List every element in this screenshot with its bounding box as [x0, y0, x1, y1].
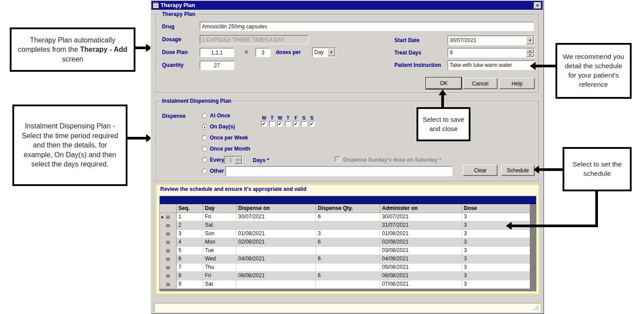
ok-button[interactable]: OK	[426, 78, 462, 89]
instalment-group-label: Instalment Dispensing Plan	[160, 98, 233, 104]
grid-header-dispense-qty[interactable]: Dispense Qty.	[316, 204, 380, 213]
row-selector[interactable]: ⊞	[160, 238, 177, 247]
doses-per-label: doses per	[276, 49, 301, 55]
doses-count-field[interactable]: 3	[255, 48, 270, 57]
expand-icon[interactable]: ⊞	[166, 248, 170, 253]
treat-days-value: 9	[450, 50, 453, 56]
row-selector[interactable]: ⊞	[160, 221, 177, 230]
table-row[interactable]: ⊞ 3 Sun 01/08/2021 3 01/08/2021 3	[160, 230, 530, 238]
expand-icon[interactable]: ⊞	[166, 232, 170, 236]
row-selector[interactable]: ⊞	[160, 264, 177, 272]
expand-icon[interactable]: ⊞	[166, 215, 170, 220]
table-row[interactable]: ⊞ 4 Mon 02/08/2021 6 02/08/2021 3	[160, 238, 530, 247]
drug-field[interactable]: Amoxicillin 250mg capsules	[200, 22, 534, 31]
expand-icon[interactable]: ⊞	[166, 240, 170, 245]
table-row[interactable]: ⊞ 7 Thu 05/08/2021 3	[160, 264, 530, 272]
expand-icon[interactable]: ⊞	[166, 274, 170, 279]
dispense-label: Dispense	[162, 113, 185, 119]
expand-icon[interactable]: ⊞	[166, 265, 170, 270]
cell-administer-on: 31/07/2021	[380, 221, 462, 230]
table-row[interactable]: ⊞ 9 Sat 07/08/2021 3	[160, 280, 530, 289]
callout-patient-ref: We recommend you detail the schedule for…	[555, 43, 632, 99]
radio-every[interactable]	[202, 157, 207, 163]
expand-icon[interactable]: ⊞	[166, 223, 170, 228]
cell-dispense-on: 01/08/2021	[236, 230, 316, 238]
spinner-buttons: ▲▼	[526, 49, 534, 57]
dose-plan-field[interactable]: 1,1,1	[200, 48, 234, 57]
start-date-select[interactable]: 30/07/2021 ▼	[447, 35, 535, 45]
day-checkbox-thu[interactable]	[285, 121, 291, 127]
day-checkbox-fri[interactable]: ✔	[293, 121, 299, 127]
table-row[interactable]: ⊞ 5 Tue 03/08/2021 3	[160, 247, 530, 255]
day-letter: S	[309, 115, 315, 120]
radio-on-days[interactable]: ●	[202, 124, 207, 129]
period-select[interactable]: Day ▼	[312, 47, 336, 57]
cell-seq: 2	[177, 221, 203, 230]
cell-day: Sat	[203, 280, 236, 289]
cell-seq: 6	[177, 255, 203, 264]
day-checkbox-tue[interactable]	[269, 121, 275, 127]
arrow-line	[512, 225, 598, 227]
table-row[interactable]: ⊞ 2 Sat 31/07/2021 3	[160, 221, 530, 230]
day-checkbox-sat[interactable]	[301, 121, 307, 127]
callout-instalment: Instalment Dispensing Plan - Select the …	[12, 105, 127, 186]
start-date-value: 30/07/2021	[450, 37, 476, 43]
period-value: Day	[314, 49, 324, 55]
row-selector[interactable]: ⊞	[160, 255, 177, 264]
close-icon[interactable]: ×	[534, 2, 541, 9]
row-selector[interactable]: ⊞	[160, 247, 177, 255]
therapy-plan-group-label: Therapy Plan	[160, 11, 197, 17]
radio-other[interactable]	[202, 168, 207, 174]
row-selector[interactable]: ►⊞	[160, 213, 177, 221]
clear-button[interactable]: Clear	[463, 165, 497, 176]
therapy-plan-window: Therapy Plan × Therapy Plan Drug Amoxici…	[150, 0, 544, 314]
radio-at-once-label: At Once	[210, 112, 230, 119]
cell-dose: 3	[462, 264, 530, 272]
grid-header-dose[interactable]: Dose	[462, 204, 530, 213]
table-row[interactable]: ⊞ 8 Fri 06/08/2021 6 06/08/2021 3	[160, 272, 530, 280]
day-checkbox-mon[interactable]: ✔	[261, 121, 267, 127]
cell-seq: 4	[177, 238, 203, 247]
callout-therapy-add-text: Therapy Plan automatically completes fro…	[15, 35, 130, 64]
cell-dispense-qty	[316, 221, 380, 230]
radio-every-label: Every	[210, 157, 224, 163]
arrow-line	[536, 65, 555, 67]
expand-icon[interactable]: ⊞	[166, 282, 170, 287]
row-selector[interactable]: ⊞	[160, 230, 177, 238]
cancel-button[interactable]: Cancel	[463, 78, 497, 89]
grid-header-day[interactable]: Day	[203, 204, 236, 213]
therapy-plan-groupbox: Therapy Plan Drug Amoxicillin 250mg caps…	[156, 14, 539, 93]
day-checkbox-wed[interactable]: ✔	[277, 121, 283, 127]
chevron-down-icon[interactable]: ▼	[328, 48, 335, 56]
equals-sign: =	[245, 49, 248, 55]
cell-dispense-qty	[316, 247, 380, 255]
day-checkbox-sun[interactable]: ✔	[309, 121, 315, 127]
treat-days-stepper[interactable]: 9 ▲▼	[447, 48, 535, 58]
help-button[interactable]: Help	[499, 78, 535, 89]
cell-dispense-qty: 6	[316, 272, 380, 280]
spin-up-icon: ▲	[234, 157, 242, 160]
quantity-field[interactable]: 27	[200, 61, 234, 70]
resize-grip[interactable]	[533, 305, 539, 310]
schedule-button[interactable]: Schedule	[501, 165, 535, 176]
radio-once-per-month[interactable]	[202, 146, 207, 151]
row-selector[interactable]: ⊞	[160, 280, 177, 289]
radio-once-per-week[interactable]	[202, 135, 207, 140]
other-field[interactable]	[225, 166, 452, 176]
titlebar[interactable]: Therapy Plan ×	[151, 1, 543, 10]
table-row[interactable]: ►⊞ 1 Fri 30/07/2021 6 30/07/2021 3	[160, 213, 530, 221]
grid-header-seq[interactable]: Seq.	[177, 204, 203, 213]
spin-down-icon[interactable]: ▼	[526, 53, 534, 57]
cell-dispense-qty: 6	[316, 213, 380, 221]
grid-header-dispense-on[interactable]: Dispense on	[236, 204, 316, 213]
day-letter: F	[293, 115, 299, 120]
table-row[interactable]: ⊞ 6 Wed 04/08/2021 6 04/08/2021 3	[160, 255, 530, 264]
grid-header-administer-on[interactable]: Administer on	[380, 204, 462, 213]
row-selector[interactable]: ⊞	[160, 272, 177, 280]
patient-instruction-field[interactable]: Take with luke warm water	[447, 60, 535, 70]
spin-up-icon[interactable]: ▲	[526, 49, 534, 53]
expand-icon[interactable]: ⊞	[166, 257, 170, 262]
radio-at-once[interactable]	[202, 113, 207, 118]
cell-day: Fri	[203, 213, 236, 221]
chevron-down-icon[interactable]: ▼	[526, 36, 534, 44]
